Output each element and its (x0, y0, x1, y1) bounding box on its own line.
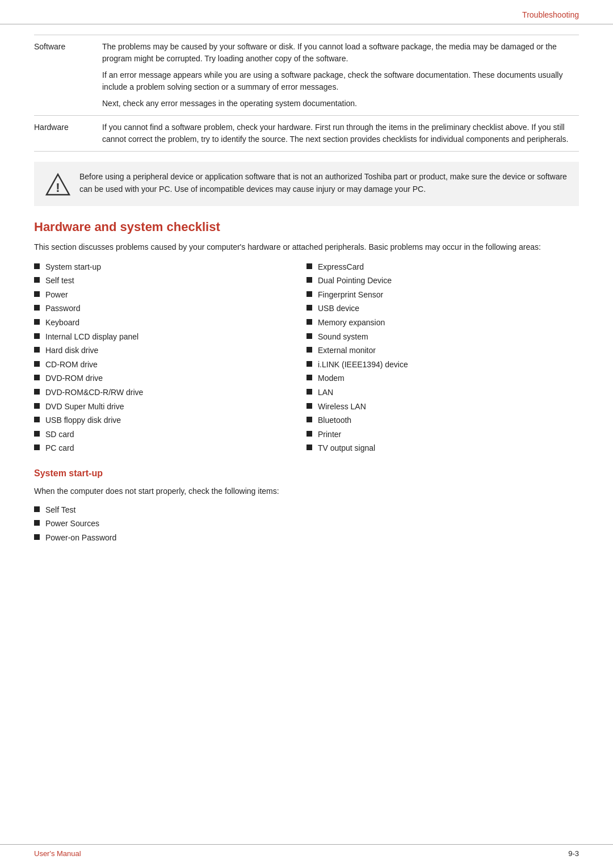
bullet-square (34, 520, 40, 526)
bullet-square (306, 319, 312, 325)
list-item: DVD-ROM&CD-R/RW drive (34, 387, 306, 399)
bullet-square (306, 417, 312, 422)
table-content: The problems may be caused by your softw… (96, 35, 579, 116)
bullet-square (306, 263, 312, 269)
hardware-section-intro: This section discusses problems caused b… (34, 241, 579, 254)
bullet-square (34, 403, 40, 409)
warning-text: Before using a peripheral device or appl… (79, 171, 568, 195)
system-startup-heading: System start-up (34, 468, 579, 479)
bullet-square (306, 431, 312, 437)
bullet-label: External monitor (318, 345, 376, 357)
bullet-square (306, 361, 312, 367)
bullet-label: System start-up (45, 262, 101, 273)
list-item: Wireless LAN (306, 401, 579, 413)
table-paragraph: Next, check any error messages in the op… (102, 98, 571, 110)
list-item: Power Sources (34, 518, 579, 530)
bullet-square (34, 291, 40, 297)
bullet-label: SD card (45, 429, 74, 441)
list-item: SD card (34, 429, 306, 441)
list-item: System start-up (34, 262, 306, 273)
list-item: i.LINK (IEEE1394) device (306, 359, 579, 371)
bullet-label: DVD-ROM&CD-R/RW drive (45, 387, 143, 399)
warning-icon: ! (45, 172, 70, 197)
table-row: SoftwareThe problems may be caused by yo… (34, 35, 579, 116)
list-item: Keyboard (34, 317, 306, 329)
bullet-label: Sound system (318, 332, 368, 343)
list-item: Hard disk drive (34, 345, 306, 357)
bullet-label: Self Test (45, 505, 75, 516)
list-item: Sound system (306, 332, 579, 343)
bullet-label: LAN (318, 387, 333, 399)
bullet-label: Password (45, 303, 80, 315)
table-paragraph: If an error message appears while you ar… (102, 69, 571, 93)
list-item: Internal LCD display panel (34, 332, 306, 343)
bullet-square (34, 445, 40, 450)
bullet-square (34, 431, 40, 437)
bullet-square (34, 375, 40, 380)
bullet-label: TV output signal (318, 443, 375, 454)
bullet-label: Keyboard (45, 317, 79, 329)
footer-right: 9-3 (568, 849, 579, 858)
list-item: TV output signal (306, 443, 579, 454)
bullet-col-right: ExpressCardDual Pointing DeviceFingerpri… (306, 262, 579, 457)
bullet-square (34, 361, 40, 367)
list-item: Bluetooth (306, 415, 579, 426)
system-startup-intro: When the computer does not start properl… (34, 485, 579, 498)
bullet-label: Power-on Password (45, 532, 116, 544)
bullet-label: Bluetooth (318, 415, 351, 426)
list-item: Self Test (34, 505, 579, 516)
bullet-square (306, 403, 312, 409)
bullet-label: Power (45, 290, 68, 301)
table-label: Hardware (34, 116, 96, 152)
list-item: Power (34, 290, 306, 301)
list-item: ExpressCard (306, 262, 579, 273)
bullet-label: ExpressCard (318, 262, 364, 273)
bullet-label: Printer (318, 429, 341, 441)
bullet-square (34, 347, 40, 353)
bullet-label: Self test (45, 275, 74, 287)
bullet-square (306, 291, 312, 297)
header-title: Troubleshooting (522, 10, 579, 19)
bullet-label: Wireless LAN (318, 401, 366, 413)
bullet-columns: System start-upSelf testPowerPasswordKey… (34, 262, 579, 457)
bullet-label: Fingerprint Sensor (318, 290, 383, 301)
hardware-section-heading: Hardware and system checklist (34, 220, 579, 234)
list-item: USB device (306, 303, 579, 315)
bullet-square (306, 347, 312, 353)
list-item: PC card (34, 443, 306, 454)
bullet-label: USB floppy disk drive (45, 415, 121, 426)
bullet-label: Dual Pointing Device (318, 275, 392, 287)
bullet-square (34, 263, 40, 269)
footer-left: User's Manual (34, 849, 81, 858)
list-item: USB floppy disk drive (34, 415, 306, 426)
bullet-square (306, 333, 312, 339)
list-item: External monitor (306, 345, 579, 357)
bullet-label: DVD Super Multi drive (45, 401, 124, 413)
bullet-label: PC card (45, 443, 74, 454)
list-item: Modem (306, 373, 579, 384)
bullet-square (306, 277, 312, 283)
bullet-label: CD-ROM drive (45, 359, 98, 371)
table-label: Software (34, 35, 96, 116)
main-content: SoftwareThe problems may be caused by yo… (0, 35, 613, 543)
list-item: Fingerprint Sensor (306, 290, 579, 301)
bullet-label: Modem (318, 373, 345, 384)
bullet-col-left: System start-upSelf testPowerPasswordKey… (34, 262, 306, 457)
bullet-square (34, 305, 40, 311)
list-item: Password (34, 303, 306, 315)
list-item: LAN (306, 387, 579, 399)
svg-text:!: ! (56, 181, 60, 195)
bullet-label: Hard disk drive (45, 345, 98, 357)
list-item: Printer (306, 429, 579, 441)
bullet-square (306, 389, 312, 395)
table-paragraph: If you cannot find a software problem, c… (102, 121, 571, 145)
list-item: Dual Pointing Device (306, 275, 579, 287)
table-row: HardwareIf you cannot find a software pr… (34, 116, 579, 152)
page-header: Troubleshooting (0, 0, 613, 24)
list-item: DVD Super Multi drive (34, 401, 306, 413)
bullet-label: Internal LCD display panel (45, 332, 138, 343)
bullet-square (34, 319, 40, 325)
table-paragraph: The problems may be caused by your softw… (102, 41, 571, 65)
page-container: Troubleshooting SoftwareThe problems may… (0, 0, 613, 868)
table-content: If you cannot find a software problem, c… (96, 116, 579, 152)
